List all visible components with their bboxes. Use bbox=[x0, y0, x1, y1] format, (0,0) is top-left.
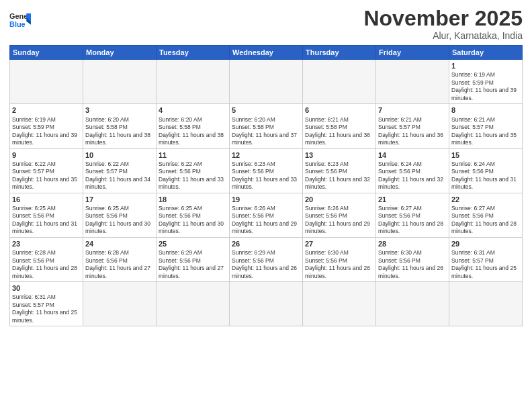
day-info: Sunrise: 6:25 AMSunset: 5:56 PMDaylight:… bbox=[159, 205, 227, 236]
day-info: Sunrise: 6:20 AMSunset: 5:58 PMDaylight:… bbox=[85, 116, 154, 147]
logo-icon: General Blue bbox=[9, 11, 31, 30]
table-row: 1Sunrise: 6:19 AMSunset: 5:59 PMDaylight… bbox=[449, 60, 523, 104]
day-number: 18 bbox=[159, 195, 227, 204]
day-info: Sunrise: 6:22 AMSunset: 5:56 PMDaylight:… bbox=[159, 161, 227, 191]
day-number: 16 bbox=[12, 195, 81, 204]
month-title: November 2025 bbox=[363, 7, 523, 30]
day-number: 30 bbox=[12, 283, 81, 293]
table-row bbox=[157, 282, 230, 326]
day-number: 10 bbox=[85, 150, 154, 160]
table-row: 4Sunrise: 6:20 AMSunset: 5:58 PMDaylight… bbox=[157, 104, 230, 148]
table-row: 12Sunrise: 6:23 AMSunset: 5:56 PMDayligh… bbox=[230, 148, 303, 193]
day-info: Sunrise: 6:22 AMSunset: 5:57 PMDaylight:… bbox=[12, 161, 81, 191]
day-info: Sunrise: 6:25 AMSunset: 5:56 PMDaylight:… bbox=[85, 205, 154, 236]
day-number: 21 bbox=[378, 195, 447, 204]
day-info: Sunrise: 6:30 AMSunset: 5:56 PMDaylight:… bbox=[305, 249, 373, 280]
day-info: Sunrise: 6:23 AMSunset: 5:56 PMDaylight:… bbox=[305, 161, 373, 191]
table-row bbox=[376, 60, 449, 104]
table-row: 7Sunrise: 6:21 AMSunset: 5:57 PMDaylight… bbox=[376, 104, 449, 148]
day-number: 12 bbox=[232, 150, 300, 160]
day-number: 9 bbox=[12, 150, 81, 160]
calendar-week-row: 16Sunrise: 6:25 AMSunset: 5:56 PMDayligh… bbox=[10, 193, 523, 237]
day-info: Sunrise: 6:30 AMSunset: 5:56 PMDaylight:… bbox=[378, 249, 447, 280]
day-number: 8 bbox=[451, 105, 520, 115]
title-block: November 2025 Alur, Karnataka, India bbox=[363, 7, 523, 41]
day-info: Sunrise: 6:27 AMSunset: 5:56 PMDaylight:… bbox=[451, 205, 520, 236]
table-row: 28Sunrise: 6:30 AMSunset: 5:56 PMDayligh… bbox=[376, 237, 449, 281]
day-info: Sunrise: 6:24 AMSunset: 5:56 PMDaylight:… bbox=[378, 161, 447, 191]
calendar-week-row: 23Sunrise: 6:28 AMSunset: 5:56 PMDayligh… bbox=[10, 237, 523, 281]
table-row: 14Sunrise: 6:24 AMSunset: 5:56 PMDayligh… bbox=[376, 148, 449, 193]
table-row: 24Sunrise: 6:28 AMSunset: 5:56 PMDayligh… bbox=[83, 237, 157, 281]
table-row: 13Sunrise: 6:23 AMSunset: 5:56 PMDayligh… bbox=[303, 148, 376, 193]
day-number: 4 bbox=[159, 105, 227, 115]
day-info: Sunrise: 6:20 AMSunset: 5:58 PMDaylight:… bbox=[232, 116, 300, 147]
calendar-table: Sunday Monday Tuesday Wednesday Thursday… bbox=[9, 45, 523, 326]
weekday-header-row: Sunday Monday Tuesday Wednesday Thursday… bbox=[10, 46, 523, 60]
day-info: Sunrise: 6:19 AMSunset: 5:59 PMDaylight:… bbox=[451, 71, 520, 102]
day-info: Sunrise: 6:27 AMSunset: 5:56 PMDaylight:… bbox=[378, 205, 447, 236]
table-row: 17Sunrise: 6:25 AMSunset: 5:56 PMDayligh… bbox=[83, 193, 157, 237]
day-info: Sunrise: 6:19 AMSunset: 5:59 PMDaylight:… bbox=[12, 116, 81, 147]
calendar-week-row: 30Sunrise: 6:31 AMSunset: 5:57 PMDayligh… bbox=[10, 282, 523, 326]
location-subtitle: Alur, Karnataka, India bbox=[363, 30, 523, 41]
day-info: Sunrise: 6:21 AMSunset: 5:58 PMDaylight:… bbox=[305, 116, 373, 147]
table-row bbox=[83, 60, 157, 104]
table-row bbox=[449, 282, 523, 326]
header-tuesday: Tuesday bbox=[157, 46, 230, 60]
table-row: 18Sunrise: 6:25 AMSunset: 5:56 PMDayligh… bbox=[157, 193, 230, 237]
table-row: 27Sunrise: 6:30 AMSunset: 5:56 PMDayligh… bbox=[303, 237, 376, 281]
day-info: Sunrise: 6:29 AMSunset: 5:56 PMDaylight:… bbox=[159, 249, 227, 280]
table-row: 8Sunrise: 6:21 AMSunset: 5:57 PMDaylight… bbox=[449, 104, 523, 148]
header: General Blue November 2025 Alur, Karnata… bbox=[9, 7, 523, 41]
header-saturday: Saturday bbox=[449, 46, 523, 60]
calendar-week-row: 1Sunrise: 6:19 AMSunset: 5:59 PMDaylight… bbox=[10, 60, 523, 104]
day-number: 24 bbox=[85, 239, 154, 248]
day-number: 13 bbox=[305, 150, 373, 160]
table-row: 6Sunrise: 6:21 AMSunset: 5:58 PMDaylight… bbox=[303, 104, 376, 148]
table-row: 10Sunrise: 6:22 AMSunset: 5:57 PMDayligh… bbox=[83, 148, 157, 193]
page: General Blue November 2025 Alur, Karnata… bbox=[0, 0, 532, 411]
day-number: 11 bbox=[159, 150, 227, 160]
day-number: 1 bbox=[451, 61, 520, 71]
table-row: 5Sunrise: 6:20 AMSunset: 5:58 PMDaylight… bbox=[230, 104, 303, 148]
day-info: Sunrise: 6:26 AMSunset: 5:56 PMDaylight:… bbox=[232, 205, 300, 236]
table-row: 21Sunrise: 6:27 AMSunset: 5:56 PMDayligh… bbox=[376, 193, 449, 237]
header-wednesday: Wednesday bbox=[230, 46, 303, 60]
day-number: 29 bbox=[451, 239, 520, 248]
day-info: Sunrise: 6:23 AMSunset: 5:56 PMDaylight:… bbox=[232, 161, 300, 191]
table-row: 19Sunrise: 6:26 AMSunset: 5:56 PMDayligh… bbox=[230, 193, 303, 237]
calendar-week-row: 2Sunrise: 6:19 AMSunset: 5:59 PMDaylight… bbox=[10, 104, 523, 148]
day-info: Sunrise: 6:25 AMSunset: 5:56 PMDaylight:… bbox=[12, 205, 81, 236]
table-row: 2Sunrise: 6:19 AMSunset: 5:59 PMDaylight… bbox=[10, 104, 83, 148]
table-row: 16Sunrise: 6:25 AMSunset: 5:56 PMDayligh… bbox=[10, 193, 83, 237]
table-row: 22Sunrise: 6:27 AMSunset: 5:56 PMDayligh… bbox=[449, 193, 523, 237]
logo: General Blue bbox=[9, 11, 31, 30]
svg-text:Blue: Blue bbox=[9, 20, 26, 28]
day-number: 25 bbox=[159, 239, 227, 248]
table-row bbox=[230, 60, 303, 104]
day-number: 15 bbox=[451, 150, 520, 160]
day-info: Sunrise: 6:29 AMSunset: 5:56 PMDaylight:… bbox=[232, 249, 300, 280]
table-row bbox=[230, 282, 303, 326]
day-info: Sunrise: 6:22 AMSunset: 5:57 PMDaylight:… bbox=[85, 161, 154, 191]
header-monday: Monday bbox=[83, 46, 157, 60]
day-number: 23 bbox=[12, 239, 81, 248]
day-number: 17 bbox=[85, 195, 154, 204]
table-row: 23Sunrise: 6:28 AMSunset: 5:56 PMDayligh… bbox=[10, 237, 83, 281]
day-number: 20 bbox=[305, 195, 373, 204]
table-row: 15Sunrise: 6:24 AMSunset: 5:56 PMDayligh… bbox=[449, 148, 523, 193]
day-number: 6 bbox=[305, 105, 373, 115]
table-row: 11Sunrise: 6:22 AMSunset: 5:56 PMDayligh… bbox=[157, 148, 230, 193]
day-number: 26 bbox=[232, 239, 300, 248]
table-row: 9Sunrise: 6:22 AMSunset: 5:57 PMDaylight… bbox=[10, 148, 83, 193]
header-thursday: Thursday bbox=[303, 46, 376, 60]
day-number: 5 bbox=[232, 105, 300, 115]
day-number: 2 bbox=[12, 105, 81, 115]
day-info: Sunrise: 6:26 AMSunset: 5:56 PMDaylight:… bbox=[305, 205, 373, 236]
day-info: Sunrise: 6:31 AMSunset: 5:57 PMDaylight:… bbox=[12, 293, 81, 324]
table-row bbox=[376, 282, 449, 326]
header-friday: Friday bbox=[376, 46, 449, 60]
day-info: Sunrise: 6:20 AMSunset: 5:58 PMDaylight:… bbox=[159, 116, 227, 147]
day-number: 28 bbox=[378, 239, 447, 248]
